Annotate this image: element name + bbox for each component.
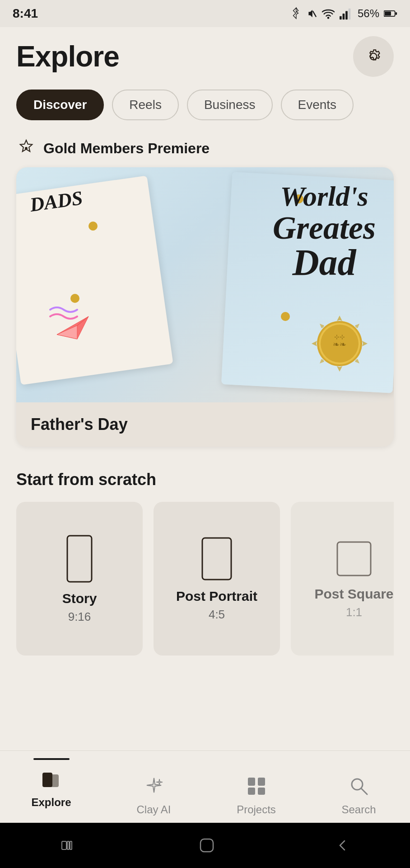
wifi-icon (321, 7, 335, 20)
scratch-card-post-portrait[interactable]: Post Portrait 4:5 (154, 502, 280, 656)
system-menu-button[interactable] (59, 839, 79, 852)
scratch-card-extra-ratio: 1:1 (346, 605, 362, 619)
scratch-section-title: Start from scratch (16, 470, 394, 489)
settings-button[interactable] (353, 36, 394, 77)
gear-icon (363, 47, 383, 66)
card-text-overlay: World's Greates Dad (273, 181, 376, 281)
battery-level: 56% (358, 7, 379, 20)
svg-rect-28 (337, 542, 371, 576)
svg-rect-39 (70, 841, 72, 849)
card-line3: Dad (273, 244, 376, 281)
featured-caption-text: Father's Day (31, 415, 128, 434)
scratch-card-extra[interactable]: Post Square 1:1 (291, 502, 394, 656)
nav-label-projects: Projects (237, 803, 276, 816)
nav-label-search: Search (341, 803, 376, 816)
svg-marker-13 (337, 316, 342, 321)
featured-caption: Father's Day (16, 402, 394, 447)
svg-rect-33 (248, 788, 255, 795)
svg-marker-20 (320, 324, 324, 328)
clay-ai-nav-icon (140, 773, 168, 800)
scratch-section: Start from scratch Story 9:16 (16, 470, 394, 665)
scratch-card-story-name: Story (62, 591, 97, 606)
svg-marker-16 (312, 341, 317, 346)
status-icons: 56% (291, 7, 397, 20)
gold-members-section-label: Gold Members Premiere (16, 138, 394, 158)
page-title: Explore (16, 40, 119, 73)
tab-discover[interactable]: Discover (16, 90, 104, 120)
svg-rect-40 (200, 839, 213, 852)
story-icon (64, 534, 95, 584)
scratch-cards-row: Story 9:16 Post Portrait 4:5 (16, 502, 394, 665)
projects-nav-icon (243, 773, 270, 800)
svg-rect-26 (67, 536, 92, 582)
nav-active-indicator (33, 758, 70, 760)
scratch-card-story-ratio: 9:16 (68, 610, 91, 624)
nav-item-explore[interactable]: Explore (20, 760, 83, 809)
main-content: Explore Discover Reels Business Events G… (0, 27, 410, 750)
svg-marker-18 (355, 359, 359, 363)
svg-point-1 (327, 17, 330, 19)
tab-events[interactable]: Events (281, 90, 354, 120)
svg-marker-19 (320, 359, 324, 363)
svg-marker-14 (362, 341, 368, 346)
svg-marker-17 (355, 324, 359, 328)
svg-rect-8 (396, 12, 397, 14)
featured-card[interactable]: DADS World's Greates Dad (16, 167, 394, 447)
nav-item-search[interactable]: Search (327, 760, 391, 816)
status-bar: 8:41 56% (0, 0, 410, 27)
card-line1: World's (273, 181, 376, 212)
tab-reels[interactable]: Reels (112, 90, 179, 120)
nav-item-projects[interactable]: Projects (225, 760, 288, 816)
scratch-card-extra-name: Post Square (314, 586, 393, 602)
svg-rect-37 (62, 841, 66, 849)
svg-text:⊹⊹: ⊹⊹ (334, 334, 345, 340)
status-time: 8:41 (13, 6, 38, 21)
svg-rect-31 (248, 778, 255, 786)
scratch-card-post-portrait-ratio: 4:5 (209, 608, 225, 622)
svg-rect-30 (49, 774, 59, 787)
battery-icon (384, 9, 397, 18)
nav-label-explore: Explore (31, 796, 71, 809)
system-nav-bar (0, 823, 410, 868)
svg-line-36 (361, 788, 367, 794)
svg-rect-34 (258, 788, 265, 795)
post-portrait-icon (199, 536, 235, 581)
bluetooth-icon (291, 7, 301, 20)
scratch-card-post-portrait-name: Post Portrait (176, 589, 257, 604)
explore-nav-icon (38, 765, 65, 793)
svg-rect-2 (340, 16, 342, 20)
svg-rect-38 (67, 841, 69, 849)
card-line2: Greates (273, 212, 376, 244)
signal-icon (340, 7, 353, 20)
scratch-card-story[interactable]: Story 9:16 (16, 502, 143, 656)
svg-rect-5 (349, 9, 351, 19)
system-back-button[interactable] (335, 837, 351, 854)
gold-seal-icon: ❧❧ ⊹⊹ (308, 312, 371, 375)
svg-text:❧❧: ❧❧ (333, 340, 346, 349)
filter-tabs: Discover Reels Business Events (16, 90, 394, 120)
gold-members-label: Gold Members Premiere (43, 140, 210, 157)
bottom-nav: Explore Clay AI Projects (0, 750, 410, 823)
featured-image: DADS World's Greates Dad (16, 167, 394, 402)
tab-business[interactable]: Business (187, 90, 273, 120)
svg-marker-15 (337, 366, 342, 372)
system-home-button[interactable] (198, 836, 216, 854)
gold-star-icon (16, 138, 36, 158)
svg-line-0 (313, 11, 316, 17)
square-icon (334, 538, 374, 579)
svg-rect-4 (345, 11, 348, 19)
nav-label-clay-ai: Clay AI (136, 803, 171, 816)
search-nav-icon (345, 773, 373, 800)
header-row: Explore (16, 36, 394, 77)
paper-plane-icon (52, 307, 93, 344)
svg-point-9 (25, 147, 28, 150)
svg-rect-3 (343, 14, 345, 19)
svg-rect-27 (202, 538, 231, 580)
nav-item-clay-ai[interactable]: Clay AI (122, 760, 186, 816)
svg-rect-7 (385, 12, 391, 16)
svg-rect-32 (258, 778, 265, 786)
mute-icon (305, 7, 317, 20)
svg-marker-11 (57, 326, 77, 339)
